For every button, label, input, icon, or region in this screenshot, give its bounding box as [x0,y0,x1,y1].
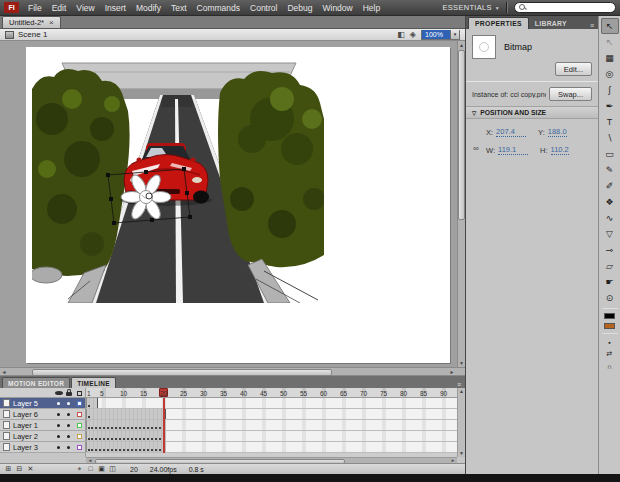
rectangle-tool[interactable]: ▭ [601,146,619,162]
layer-frames-row[interactable] [86,431,457,442]
fill-color-swatch[interactable] [601,321,619,331]
h-value[interactable]: 110.2 [551,145,569,155]
document-tab[interactable]: Untitled-2* × [2,16,61,28]
layer-outline-color[interactable] [77,401,82,406]
menu-debug[interactable]: Debug [282,0,317,16]
layer-row[interactable]: Layer 5 [0,398,86,409]
close-icon[interactable]: × [49,18,54,27]
menu-text[interactable]: Text [166,0,192,16]
frames-grid[interactable] [86,398,457,453]
snap-magnet-icon[interactable]: ∩ [601,360,619,372]
zoom-value[interactable]: 100% [422,30,450,39]
layer-visibility-dot[interactable] [57,413,60,416]
swap-colors-icon[interactable]: ⇄ [601,348,619,360]
text-tool[interactable]: T [601,114,619,130]
search-box[interactable] [514,2,616,13]
new-folder-button[interactable]: ⊟ [14,464,25,474]
layer-row[interactable]: Layer 6 [0,409,86,420]
outline-icon[interactable] [77,391,82,396]
lasso-tool[interactable]: ʃ [601,82,619,98]
stage[interactable] [26,47,450,363]
menu-commands[interactable]: Commands [192,0,245,16]
layer-outline-color[interactable] [77,412,82,417]
eye-icon[interactable] [55,391,63,395]
scroll-down-icon[interactable]: ▼ [458,450,465,457]
stage-horizontal-scrollbar[interactable]: ◄ ► [0,367,465,376]
deco-tool[interactable]: ❖ [601,194,619,210]
layer-visibility-dot[interactable] [57,446,60,449]
workspace-switcher-button[interactable]: ESSENTIALS ▼ [442,3,500,12]
menu-edit[interactable]: Edit [47,0,72,16]
layer-frames-row[interactable] [86,420,457,431]
layer-visibility-dot[interactable] [57,424,60,427]
scroll-up-icon[interactable]: ▲ [458,388,465,395]
layer-lock-dot[interactable] [67,446,70,449]
line-tool[interactable]: ∖ [601,130,619,146]
bone-tool[interactable]: ∿ [601,210,619,226]
frame-cell[interactable] [94,398,98,408]
scene-breadcrumb[interactable]: Scene 1 [18,30,47,39]
paint-bucket-tool[interactable]: ▽ [601,226,619,242]
layer-outline-color[interactable] [77,434,82,439]
layer-frames-row[interactable] [86,409,457,420]
onion-skin-icon[interactable]: □ [85,464,96,474]
layer-outline-color[interactable] [77,445,82,450]
pen-tool[interactable]: ✒ [601,98,619,114]
y-value[interactable]: 188.0 [548,127,567,137]
chevron-down-icon[interactable]: ▼ [450,30,459,39]
center-frame-icon[interactable]: ⌖ [74,464,85,474]
menu-modify[interactable]: Modify [131,0,166,16]
tab-library[interactable]: LIBRARY [529,17,573,29]
tab-properties[interactable]: PROPERTIES [468,17,529,29]
frame-rate-indicator[interactable]: 24.00fps [150,466,177,473]
pencil-tool[interactable]: ✎ [601,162,619,178]
menu-file[interactable]: File [23,0,47,16]
scrollbar-thumb[interactable] [458,50,465,220]
link-width-height-icon[interactable]: ∞ [473,144,479,153]
menu-view[interactable]: View [71,0,99,16]
layer-frames-row[interactable] [86,442,457,453]
w-value[interactable]: 119.1 [498,145,528,155]
brush-tool[interactable]: ✐ [601,178,619,194]
layer-lock-dot[interactable] [67,402,70,405]
eraser-tool[interactable]: ▱ [601,258,619,274]
menu-control[interactable]: Control [245,0,282,16]
subselection-tool[interactable]: ↖ [601,34,619,50]
scroll-right-icon[interactable]: ► [448,368,456,376]
layer-row[interactable]: Layer 3 [0,442,86,453]
menu-help[interactable]: Help [358,0,385,16]
zoom-tool[interactable]: ⊙ [601,290,619,306]
layer-lock-dot[interactable] [67,424,70,427]
onion-skin-outlines-icon[interactable]: ▣ [96,464,107,474]
scroll-down-icon[interactable]: ▼ [458,359,465,367]
playhead-line[interactable] [163,398,165,453]
x-value[interactable]: 207.4 [496,127,526,137]
stroke-color-swatch[interactable] [601,311,619,321]
selection-tool[interactable]: ↖ [601,18,619,34]
layer-outline-color[interactable] [77,423,82,428]
scrollbar-thumb[interactable] [32,369,332,376]
panel-menu-icon[interactable]: ≡ [590,22,598,29]
edit-button[interactable]: Edit... [555,62,592,76]
delete-layer-button[interactable]: ✕ [25,464,36,474]
panel-menu-icon[interactable]: ≡ [457,381,465,388]
stage-pasteboard[interactable]: ▲ ▼ [0,41,465,367]
stage-vertical-scrollbar[interactable]: ▲ ▼ [457,41,465,367]
scroll-up-icon[interactable]: ▲ [458,41,465,49]
layer-visibility-dot[interactable] [57,402,60,405]
position-and-size-section-header[interactable]: ▽ POSITION AND SIZE [466,106,598,119]
layer-lock-dot[interactable] [67,435,70,438]
edit-symbols-icon[interactable]: ◈ [410,30,416,39]
layer-row[interactable]: Layer 2 [0,431,86,442]
scroll-left-icon[interactable]: ◄ [0,368,8,376]
tab-timeline[interactable]: TIMELINE [71,377,116,388]
layer-frames-row[interactable] [86,398,457,409]
edit-multiple-frames-icon[interactable]: ◫ [107,464,118,474]
free-transform-tool[interactable]: ▦ [601,50,619,66]
edit-scene-icon[interactable]: ◧ [397,30,405,39]
search-input[interactable] [530,4,610,11]
tab-motion-editor[interactable]: MOTION EDITOR [2,377,70,388]
3d-rotation-tool[interactable]: ◎ [601,66,619,82]
menu-insert[interactable]: Insert [100,0,131,16]
layer-visibility-dot[interactable] [57,435,60,438]
